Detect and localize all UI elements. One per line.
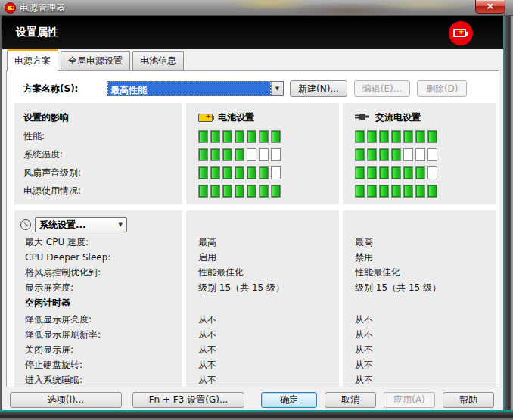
ac-value: 最高 bbox=[355, 235, 496, 250]
battery-tip bbox=[466, 32, 468, 36]
system-row-label: 显示屏亮度: bbox=[25, 280, 182, 295]
level-segment bbox=[379, 148, 389, 161]
level-segment bbox=[391, 185, 401, 198]
level-segment bbox=[415, 148, 425, 161]
battery-level-row bbox=[198, 145, 339, 163]
level-segment bbox=[198, 148, 208, 161]
level-segment bbox=[259, 130, 269, 143]
ac-value: 从不 bbox=[355, 312, 496, 327]
chevron-down-icon: ▼ bbox=[119, 222, 123, 228]
level-segment bbox=[259, 148, 269, 161]
level-segment bbox=[379, 185, 389, 198]
ac-column-header: 交流电设置 bbox=[355, 107, 496, 127]
close-button[interactable]: × bbox=[475, 0, 505, 14]
system-settings-selector-row: ↘ 系统设置... ▼ bbox=[20, 215, 182, 235]
tab-bar: 电源方案全局电源设置电池信息 bbox=[2, 49, 503, 70]
apply-button: 应用(A) bbox=[384, 392, 435, 408]
level-segment bbox=[367, 130, 377, 143]
settings-header-band: 设置属性 + bbox=[2, 16, 503, 49]
battery-value: 最高 bbox=[198, 235, 339, 250]
level-bars bbox=[198, 148, 283, 161]
level-segment bbox=[379, 166, 389, 179]
level-segment bbox=[259, 166, 269, 179]
combobox-dropdown-button[interactable]: ▼ bbox=[271, 82, 283, 95]
level-bars bbox=[355, 185, 440, 198]
spacer bbox=[198, 295, 339, 312]
level-segment bbox=[428, 185, 437, 198]
impact-row-label: 系统温度: bbox=[23, 145, 182, 163]
level-segment bbox=[210, 185, 220, 198]
level-segment bbox=[210, 130, 220, 143]
power-manager-window: + 电源管理器 × 设置属性 + 电源方案全局电源设置电池信息 方案名称(S):… bbox=[0, 0, 513, 420]
level-bars bbox=[198, 130, 283, 143]
level-segment bbox=[367, 148, 377, 161]
level-segment bbox=[415, 166, 425, 179]
impact-row-label: 风扇声音级别: bbox=[23, 163, 182, 182]
level-bars bbox=[355, 130, 440, 143]
battery-value: 从不 bbox=[198, 342, 339, 357]
battery-value: 级别 15（共 15 级） bbox=[198, 280, 339, 295]
level-segment bbox=[210, 166, 220, 179]
level-segment bbox=[271, 148, 281, 161]
battery-tip bbox=[213, 116, 214, 120]
ac-settings-panel: 交流电设置 bbox=[343, 103, 496, 204]
ac-level-row bbox=[355, 182, 496, 200]
ok-button[interactable]: 确定 bbox=[261, 392, 317, 408]
level-bars bbox=[355, 166, 440, 179]
impact-row-label: 电源使用情况: bbox=[23, 182, 182, 200]
ac-value: 从不 bbox=[355, 342, 496, 357]
ac-header-label: 交流电设置 bbox=[375, 111, 421, 124]
level-segment bbox=[271, 166, 281, 179]
battery-value: 从不 bbox=[198, 327, 339, 342]
scheme-name-combobox[interactable]: 最高性能 ▼ bbox=[107, 81, 284, 96]
idle-row-label: 进入系统睡眠: bbox=[25, 372, 182, 387]
ac-level-row bbox=[355, 127, 496, 145]
level-segment bbox=[247, 166, 256, 179]
battery-level-row bbox=[198, 182, 339, 200]
tab-battery-info[interactable]: 电池信息 bbox=[132, 51, 184, 70]
titlebar[interactable]: + 电源管理器 × bbox=[0, 0, 513, 16]
level-segment bbox=[247, 185, 256, 198]
level-segment bbox=[355, 166, 365, 179]
level-bars bbox=[198, 166, 283, 179]
new-scheme-button[interactable]: 新建(N)... bbox=[290, 80, 347, 97]
level-segment bbox=[428, 166, 437, 179]
level-segment bbox=[222, 130, 232, 143]
level-segment bbox=[271, 185, 281, 198]
idle-row-label: 关闭显示屏: bbox=[25, 342, 182, 357]
tab-page-power-scheme: 方案名称(S): 最高性能 ▼ 新建(N)...编辑(E)...删除(D) 设置… bbox=[6, 70, 499, 387]
idle-row-label: 降低显示屏亮度: bbox=[25, 312, 182, 327]
level-segment bbox=[428, 130, 437, 143]
cancel-button[interactable]: 取消 bbox=[325, 392, 376, 408]
tab-power-scheme[interactable]: 电源方案 bbox=[7, 49, 58, 71]
system-settings-value: 系统设置... bbox=[36, 219, 119, 232]
level-segment bbox=[222, 166, 232, 179]
level-segment bbox=[403, 148, 413, 161]
level-segment bbox=[379, 130, 389, 143]
level-segment bbox=[403, 130, 413, 143]
system-battery-values-panel: 最高启用性能最佳化级别 15（共 15 级）从不从不从不从不从不从不 bbox=[186, 210, 339, 387]
system-settings-combobox[interactable]: 系统设置... ▼ bbox=[35, 217, 127, 232]
scheme-name-value: 最高性能 bbox=[107, 82, 271, 95]
tab-global-power-settings[interactable]: 全局电源设置 bbox=[61, 51, 130, 70]
impact-band: 设置的影响 性能:系统温度:风扇声音级别:电源使用情况: + 电池设置 bbox=[14, 103, 499, 204]
system-row-label: 将风扇控制优化到: bbox=[25, 265, 182, 280]
scheme-name-row: 方案名称(S): 最高性能 ▼ 新建(N)...编辑(E)...删除(D) bbox=[23, 80, 499, 97]
chevron-down-icon: ▼ bbox=[275, 86, 279, 92]
footer-button-row: 选项(I)... Fn + F3 设置(G)... 确定 取消 应用(A) 帮助 bbox=[2, 387, 503, 412]
level-segment bbox=[198, 166, 208, 179]
fn-f3-settings-button[interactable]: Fn + F3 设置(G)... bbox=[132, 392, 244, 408]
delete-scheme-button: 删除(D) bbox=[417, 80, 467, 97]
ac-level-row bbox=[355, 163, 496, 182]
system-labels-panel: ↘ 系统设置... ▼ 最大 CPU 速度:CPU Deeper Sleep:将… bbox=[14, 210, 182, 387]
spacer bbox=[355, 295, 496, 312]
window-title: 电源管理器 bbox=[20, 2, 65, 14]
level-segment bbox=[428, 148, 437, 161]
battery-value: 启用 bbox=[198, 250, 339, 265]
level-segment bbox=[198, 185, 208, 198]
level-segment bbox=[403, 166, 413, 179]
help-button[interactable]: 帮助 bbox=[443, 392, 494, 408]
options-button[interactable]: 选项(I)... bbox=[10, 392, 122, 408]
circular-arrow-icon[interactable]: ↘ bbox=[20, 219, 31, 230]
level-segment bbox=[391, 166, 401, 179]
